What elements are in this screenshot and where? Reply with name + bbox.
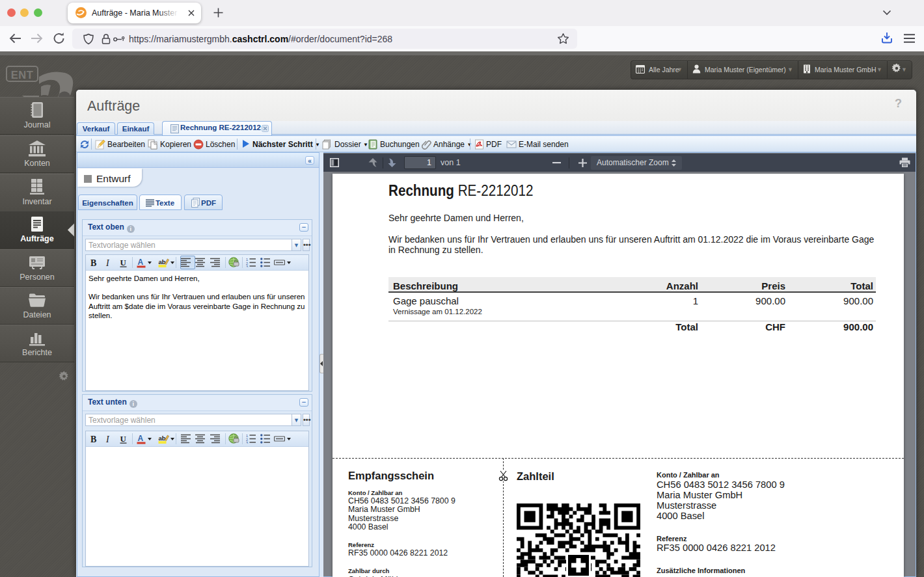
svg-text:3: 3	[246, 265, 248, 268]
svg-text:U: U	[120, 435, 127, 444]
svg-text:B: B	[90, 258, 96, 267]
svg-text:B: B	[90, 435, 96, 444]
svg-text:3: 3	[246, 441, 248, 444]
svg-text:I: I	[105, 258, 110, 267]
svg-text:U: U	[120, 258, 127, 267]
svg-text:A: A	[138, 434, 144, 443]
svg-text:I: I	[105, 435, 110, 444]
svg-text:A: A	[138, 258, 144, 267]
